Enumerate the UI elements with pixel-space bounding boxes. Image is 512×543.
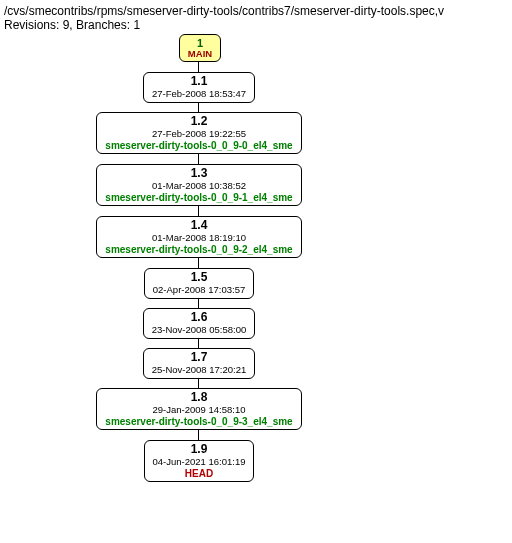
connector	[198, 378, 199, 388]
rev-date: 01-Mar-2008 10:38:52	[105, 181, 292, 192]
rev-date: 27-Feb-2008 18:53:47	[152, 89, 246, 100]
rev-date: 23-Nov-2008 05:58:00	[152, 325, 247, 336]
rev-node-6: 1.6 23-Nov-2008 05:58:00	[4, 308, 394, 339]
rev-version: 1.8	[105, 391, 292, 405]
rev-node-4: 1.4 01-Mar-2008 18:19:10 smeserver-dirty…	[4, 216, 394, 258]
root-node: 1 MAIN	[179, 34, 221, 62]
connector	[198, 258, 199, 268]
root-branch: MAIN	[186, 49, 214, 59]
file-path: /cvs/smecontribs/rpms/smeserver-dirty-to…	[4, 4, 512, 18]
rev-date: 27-Feb-2008 19:22:55	[105, 129, 292, 140]
revisions-info: Revisions: 9, Branches: 1	[4, 18, 512, 32]
rev-version: 1.5	[153, 271, 245, 285]
rev-version: 1.6	[152, 311, 247, 325]
rev-node-2: 1.2 27-Feb-2008 19:22:55 smeserver-dirty…	[4, 112, 394, 154]
rev-node-7: 1.7 25-Nov-2008 17:20:21	[4, 348, 394, 379]
connector	[198, 338, 199, 348]
rev-node-8: 1.8 29-Jan-2009 14:58:10 smeserver-dirty…	[4, 388, 394, 430]
connector	[198, 206, 199, 216]
rev-version: 1.2	[105, 115, 292, 129]
connector	[198, 62, 199, 72]
rev-version: 1.9	[153, 443, 246, 457]
connector	[198, 102, 199, 112]
rev-node-3: 1.3 01-Mar-2008 10:38:52 smeserver-dirty…	[4, 164, 394, 206]
rev-tag: smeserver-dirty-tools-0_0_9-1_el4_sme	[105, 192, 292, 204]
rev-tag: smeserver-dirty-tools-0_0_9-2_el4_sme	[105, 244, 292, 256]
rev-tag: smeserver-dirty-tools-0_0_9-3_el4_sme	[105, 416, 292, 428]
rev-node-9: 1.9 04-Jun-2021 16:01:19 HEAD	[4, 440, 394, 482]
rev-tag: smeserver-dirty-tools-0_0_9-0_el4_sme	[105, 140, 292, 152]
rev-version: 1.4	[105, 219, 292, 233]
rev-head: HEAD	[153, 468, 246, 480]
connector	[198, 430, 199, 440]
rev-node-1: 1.1 27-Feb-2008 18:53:47	[4, 72, 394, 103]
rev-version: 1.7	[152, 351, 247, 365]
revision-graph: 1 MAIN 1.1 27-Feb-2008 18:53:47 1.2 27-F…	[4, 34, 512, 543]
rev-date: 25-Nov-2008 17:20:21	[152, 365, 247, 376]
rev-date: 02-Apr-2008 17:03:57	[153, 285, 245, 296]
connector	[198, 298, 199, 308]
rev-version: 1.1	[152, 75, 246, 89]
rev-date: 01-Mar-2008 18:19:10	[105, 233, 292, 244]
connector	[198, 154, 199, 164]
rev-version: 1.3	[105, 167, 292, 181]
rev-date: 04-Jun-2021 16:01:19	[153, 457, 246, 468]
rev-date: 29-Jan-2009 14:58:10	[105, 405, 292, 416]
rev-node-5: 1.5 02-Apr-2008 17:03:57	[4, 268, 394, 299]
